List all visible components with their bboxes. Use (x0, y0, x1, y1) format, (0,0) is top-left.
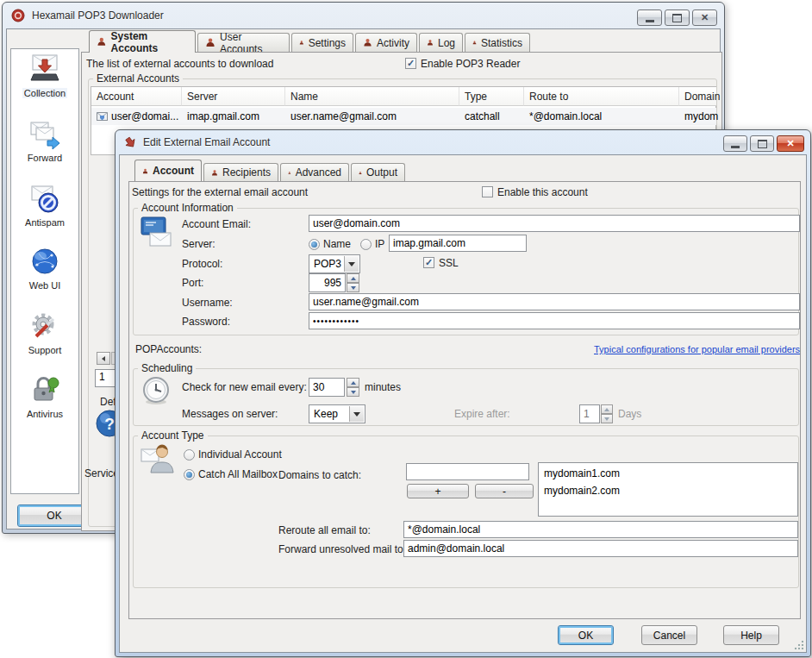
person-icon (205, 37, 215, 48)
resize-grip[interactable] (794, 640, 804, 650)
domains-to-catch-label: Domains to catch: (278, 469, 361, 481)
dialog-content: Account Recipients Advanced Output Setti… (119, 154, 807, 653)
dialog-maximize-button[interactable] (750, 135, 774, 152)
dialog-icon (124, 136, 136, 148)
tab-system-accounts[interactable]: System Accounts (89, 30, 196, 53)
check-interval-unit: minutes (365, 381, 401, 393)
catch-all-radio[interactable] (184, 469, 195, 480)
remove-domain-button[interactable]: - (475, 484, 534, 498)
service-label: Service (84, 467, 119, 479)
port-spinner (347, 273, 359, 292)
forward-unresolved-label: Forward unresolved mail to: (278, 543, 406, 555)
enable-pop3-checkbox[interactable]: ✓ (405, 58, 416, 69)
messages-on-server-select[interactable]: Keep (309, 404, 365, 423)
external-accounts-group-label: External Accounts (93, 72, 183, 85)
column-header-route-to[interactable]: Route to (524, 87, 679, 106)
add-domain-button[interactable]: + (407, 484, 469, 498)
dialog-close-button[interactable]: ✕ (777, 135, 804, 152)
check-interval-field[interactable] (309, 378, 345, 397)
protocol-select[interactable]: POP3 (309, 254, 360, 273)
dialog-ok-button[interactable]: OK (558, 625, 614, 645)
server-ip-option-label: IP (375, 238, 384, 250)
column-header-name[interactable]: Name (285, 87, 459, 106)
tab-settings[interactable]: Settings (291, 33, 353, 52)
server-name-option-label: Name (323, 238, 351, 250)
scheduling-group-label: Scheduling (138, 362, 196, 374)
main-titlebar: Hexamail POP3 Downloader (3, 3, 724, 28)
tab-label: Recipients (222, 166, 271, 179)
enable-account-label: Enable this account (497, 186, 588, 198)
column-header-server[interactable]: Server (182, 87, 285, 106)
tab-label: Log (438, 37, 455, 49)
port-field[interactable] (309, 273, 346, 292)
table-row-cell-type[interactable]: catchall (459, 108, 524, 125)
maximize-button[interactable] (665, 9, 690, 26)
scrollbar-left-button[interactable] (97, 352, 110, 365)
dialog-help-button[interactable]: Help (723, 625, 779, 645)
expire-after-field[interactable] (579, 404, 600, 423)
dropdown-arrow-icon (349, 406, 364, 422)
spin-up-button[interactable] (347, 273, 359, 283)
table-row-cell-route-to[interactable]: *@domain.local (524, 108, 679, 125)
domains-listbox[interactable]: mydomain1.com mydomain2.com (538, 462, 798, 517)
tab-log[interactable]: Log (419, 33, 463, 52)
person-icon (288, 167, 291, 179)
app-logo-icon (11, 9, 25, 22)
tab-statistics[interactable]: Statistics (465, 33, 530, 52)
server-field[interactable] (389, 235, 527, 252)
dialog-tab-recipients[interactable]: Recipients (203, 163, 278, 181)
domains-input[interactable] (406, 463, 529, 480)
sidebar-item-forward[interactable]: Forward (12, 117, 78, 163)
username-label: Username: (182, 297, 233, 309)
password-field[interactable] (309, 312, 800, 329)
column-header-account[interactable]: Account (91, 87, 182, 106)
spin-up-button[interactable] (347, 378, 359, 387)
domain-list-item[interactable]: mydomain2.com (544, 482, 792, 499)
ssl-label: SSL (439, 257, 459, 269)
tab-user-accounts[interactable]: User Accounts (197, 33, 290, 52)
table-row-cell-server[interactable]: imap.gmail.com (182, 108, 285, 125)
sidebar: Collection Forward (10, 48, 79, 494)
dropdown-arrow-icon (344, 256, 359, 272)
spin-down-button[interactable] (601, 414, 613, 423)
dialog-tab-advanced[interactable]: Advanced (280, 163, 349, 181)
enable-account-checkbox[interactable] (482, 186, 493, 197)
dialog-tab-output[interactable]: Output (351, 163, 405, 181)
dialog-minimize-button[interactable] (723, 135, 747, 152)
ssl-checkbox[interactable]: ✓ (423, 257, 434, 268)
account-email-field[interactable] (309, 215, 800, 232)
column-header-type[interactable]: Type (459, 87, 524, 106)
spin-down-button[interactable] (347, 387, 359, 397)
collection-icon (28, 53, 61, 85)
individual-account-radio[interactable] (184, 449, 195, 461)
spin-up-button[interactable] (601, 404, 613, 414)
sidebar-item-collection[interactable]: Collection (12, 53, 78, 98)
tab-activity[interactable]: Activity (355, 33, 417, 52)
account-row-icon (97, 112, 108, 121)
providers-link[interactable]: Typical configurations for popular email… (594, 344, 800, 354)
column-header-domain[interactable]: Domain (679, 87, 716, 106)
server-ip-radio[interactable] (360, 239, 372, 250)
tab-label: Settings (309, 37, 346, 49)
tab-label: Activity (377, 37, 409, 49)
server-name-radio[interactable] (309, 239, 320, 250)
domain-list-item[interactable]: mydomain1.com (544, 465, 792, 482)
spin-down-button[interactable] (347, 283, 359, 292)
sidebar-item-antivirus[interactable]: Antivirus (12, 373, 78, 419)
sidebar-item-support[interactable]: Support (12, 310, 78, 355)
sidebar-item-antispam[interactable]: Antispam (12, 182, 78, 228)
sidebar-label: Antivirus (27, 409, 63, 419)
expire-after-unit: Days (618, 408, 641, 420)
table-row-cell-name[interactable]: user.name@gmail.com (285, 108, 459, 125)
reroute-field[interactable] (403, 521, 798, 538)
table-row-cell-domain[interactable]: mydom (679, 108, 716, 125)
sidebar-item-webui[interactable]: Web UI (12, 245, 78, 291)
close-button[interactable]: ✕ (692, 9, 717, 26)
table-row-cell-account[interactable]: user@domai... (91, 108, 182, 125)
dialog-cancel-button[interactable]: Cancel (641, 625, 697, 645)
minimize-button[interactable] (637, 9, 662, 26)
username-field[interactable] (309, 293, 800, 310)
dialog-tab-account[interactable]: Account (134, 160, 202, 181)
forward-unresolved-field[interactable] (403, 540, 798, 557)
person-icon (142, 166, 148, 177)
